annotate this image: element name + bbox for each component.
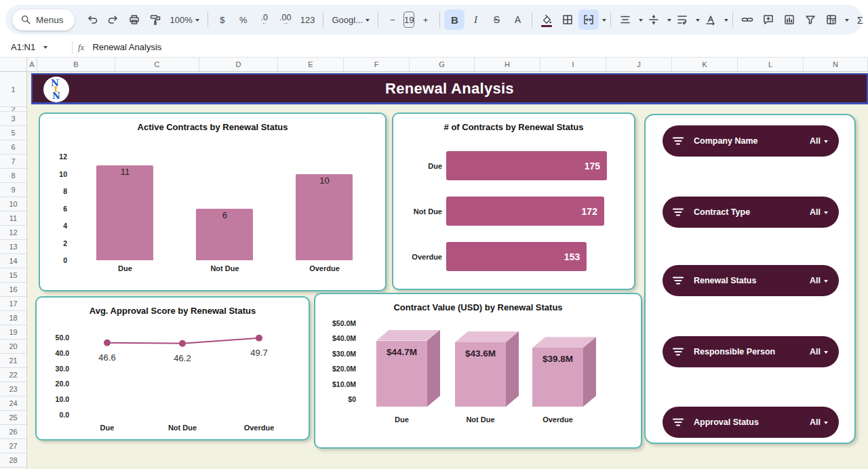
- slicer-value: All: [810, 417, 821, 427]
- zoom-select[interactable]: 100%: [166, 9, 203, 30]
- row-header-28[interactable]: 28: [0, 453, 26, 468]
- bar-value-label: $39.8M: [532, 354, 583, 364]
- horizontal-align-button[interactable]: [615, 9, 635, 30]
- row-header-15[interactable]: 15: [0, 268, 26, 283]
- merge-dropdown-arrow[interactable]: [602, 19, 606, 24]
- insert-chart-button[interactable]: [779, 9, 800, 30]
- text-rotation-button[interactable]: [701, 9, 721, 30]
- column-header-F[interactable]: F: [344, 58, 410, 71]
- chart-card-num-contracts[interactable]: # of Contracts by Renewal Status Due175N…: [392, 113, 635, 290]
- row-header-2[interactable]: 2: [0, 107, 26, 112]
- category-label: Not Due: [176, 264, 275, 272]
- row-header-10[interactable]: 10: [0, 197, 26, 211]
- column-header-H[interactable]: H: [475, 58, 540, 71]
- column-header-D[interactable]: D: [199, 58, 278, 71]
- row-header-9[interactable]: 9: [0, 183, 26, 197]
- y-axis-tick: 30.0: [41, 364, 69, 373]
- y-axis-tick: 0.0: [41, 410, 69, 420]
- chart-card-active-contracts[interactable]: Active Contracts by Renewal Status 02468…: [39, 113, 387, 291]
- row-header-1[interactable]: 1: [0, 72, 26, 107]
- chart-card-avg-approval[interactable]: Avg. Approval Score by Renewal Status 0.…: [35, 296, 310, 441]
- column-header-I[interactable]: I: [540, 58, 606, 71]
- slicer-approval-status[interactable]: Approval StatusAll: [663, 407, 839, 438]
- decrease-font-size-button[interactable]: −: [382, 9, 403, 30]
- text-color-button[interactable]: A: [507, 9, 528, 30]
- select-all-corner[interactable]: [0, 58, 27, 71]
- row-header-13[interactable]: 13: [0, 240, 26, 254]
- percent-format-button[interactable]: %: [233, 9, 254, 30]
- valign-dropdown-arrow[interactable]: [667, 19, 671, 24]
- row-header-5[interactable]: 5: [0, 126, 26, 140]
- rotation-dropdown-arrow[interactable]: [724, 19, 728, 24]
- chart-title: Avg. Approval Score by Renewal Status: [37, 306, 309, 316]
- paint-format-button[interactable]: [145, 9, 165, 30]
- row-header-22[interactable]: 22: [0, 368, 26, 382]
- vertical-align-button[interactable]: [644, 9, 664, 30]
- column-header-G[interactable]: G: [410, 58, 475, 71]
- undo-button[interactable]: [82, 9, 102, 30]
- wrap-dropdown-arrow[interactable]: [696, 19, 700, 24]
- bar-value-label: 11: [96, 167, 153, 177]
- row-header-26[interactable]: 26: [0, 425, 26, 439]
- row-header-23[interactable]: 23: [0, 382, 26, 396]
- slicer-contract-type[interactable]: Contract TypeAll: [663, 197, 839, 228]
- row-header-19[interactable]: 19: [0, 325, 26, 340]
- menus-search[interactable]: Menus: [12, 9, 75, 30]
- row-header-17[interactable]: 17: [0, 297, 26, 311]
- name-box-dropdown-arrow[interactable]: [43, 46, 47, 51]
- column-header-E[interactable]: E: [278, 58, 344, 71]
- print-button[interactable]: [124, 9, 144, 30]
- decrease-decimal-button[interactable]: .0←: [254, 9, 275, 30]
- slicer-renewal-status[interactable]: Renewal StatusAll: [663, 265, 839, 296]
- insert-comment-button[interactable]: [758, 9, 778, 30]
- row-header-21[interactable]: 21: [0, 354, 26, 368]
- row-header-3[interactable]: 3: [0, 112, 26, 126]
- column-header-N[interactable]: N: [804, 58, 868, 71]
- font-size-input[interactable]: 19: [403, 12, 414, 28]
- column-header-K[interactable]: K: [672, 58, 738, 71]
- font-select[interactable]: Googl...: [328, 9, 374, 30]
- increase-decimal-button[interactable]: .00→: [275, 9, 296, 30]
- formula-input[interactable]: Renewal Analysis: [92, 42, 868, 52]
- column-header-B[interactable]: B: [37, 58, 115, 71]
- insert-link-button[interactable]: [737, 9, 757, 30]
- row-header-16[interactable]: 16: [0, 283, 26, 297]
- row-header-18[interactable]: 18: [0, 311, 26, 325]
- slicer-responsible-person[interactable]: Responsible PersonAll: [663, 336, 839, 367]
- bold-button[interactable]: B: [444, 9, 465, 30]
- sheet-canvas[interactable]: N t N Renewal Analysis Active Contracts …: [27, 72, 868, 469]
- redo-button[interactable]: [103, 9, 123, 30]
- italic-button[interactable]: I: [465, 9, 486, 30]
- row-header-8[interactable]: 8: [0, 169, 26, 183]
- create-filter-button[interactable]: [800, 9, 821, 30]
- chart-card-contract-value[interactable]: Contract Value (USD) by Renewal Status $…: [314, 293, 642, 449]
- pivot-dropdown-arrow[interactable]: [845, 19, 849, 24]
- functions-button[interactable]: Σ: [850, 9, 868, 30]
- borders-button[interactable]: [557, 9, 578, 30]
- slicer-company-name[interactable]: Company NameAll: [663, 125, 839, 157]
- more-formats-button[interactable]: 123: [296, 9, 319, 30]
- name-box[interactable]: A1:N1: [0, 37, 66, 57]
- row-header-11[interactable]: 11: [0, 211, 26, 226]
- column-header-C[interactable]: C: [115, 58, 199, 71]
- column-header-A[interactable]: A: [27, 58, 37, 71]
- increase-font-size-button[interactable]: +: [415, 9, 435, 30]
- row-header-12[interactable]: 12: [0, 226, 26, 240]
- row-header-7[interactable]: 7: [0, 155, 26, 169]
- y-axis-tick: 40.0: [41, 348, 69, 358]
- column-header-L[interactable]: L: [738, 58, 804, 71]
- merge-cells-button[interactable]: [578, 9, 599, 30]
- row-header-27[interactable]: 27: [0, 439, 26, 453]
- fill-color-button[interactable]: [536, 9, 557, 30]
- text-wrap-button[interactable]: [672, 9, 692, 30]
- row-header-25[interactable]: 25: [0, 411, 26, 425]
- currency-format-button[interactable]: $: [212, 9, 233, 30]
- column-header-J[interactable]: J: [606, 58, 672, 71]
- pivot-table-button[interactable]: [821, 9, 842, 30]
- strikethrough-button[interactable]: S: [486, 9, 507, 30]
- row-header-14[interactable]: 14: [0, 254, 26, 268]
- row-header-20[interactable]: 20: [0, 340, 26, 354]
- row-header-6[interactable]: 6: [0, 140, 26, 155]
- row-header-24[interactable]: 24: [0, 396, 26, 411]
- align-dropdown-arrow[interactable]: [639, 19, 643, 24]
